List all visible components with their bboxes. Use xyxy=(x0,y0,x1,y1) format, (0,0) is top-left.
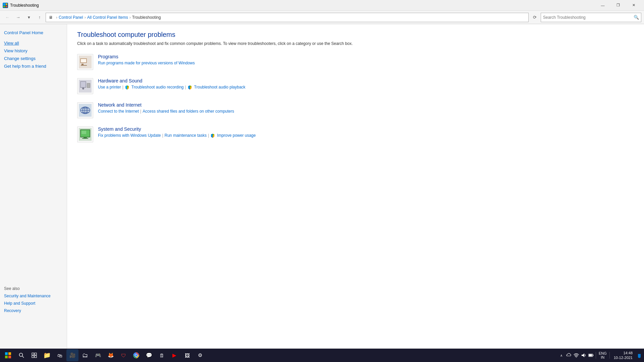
system-tray: ∧ xyxy=(558,349,643,361)
svg-point-40 xyxy=(135,354,137,356)
content-area: Troubleshoot computer problems Click on … xyxy=(67,24,644,349)
path-control-panel[interactable]: Control Panel xyxy=(59,15,83,20)
taskbar-settings-button[interactable]: ⚙ xyxy=(194,349,206,361)
svg-rect-6 xyxy=(81,59,86,62)
taskbar-youtube-button[interactable]: ▶ xyxy=(168,349,180,361)
svg-rect-7 xyxy=(82,64,84,65)
svg-rect-30 xyxy=(5,356,8,358)
hardware-icon xyxy=(77,78,93,94)
category-programs: Programs Run programs made for previous … xyxy=(77,54,634,70)
system-link-power[interactable]: Improve power usage xyxy=(217,133,256,138)
svg-rect-8 xyxy=(81,65,87,66)
tray-expand[interactable]: ∧ xyxy=(558,352,565,359)
taskbar-explorer-button[interactable]: 📁 xyxy=(41,349,53,361)
taskbar-chrome-button[interactable] xyxy=(130,349,142,361)
tray-network-cloud[interactable] xyxy=(566,352,572,359)
category-network: Network and Internet Connect to the Inte… xyxy=(77,102,634,118)
search-icon[interactable]: 🔍 xyxy=(634,15,639,20)
address-bar: ← → ▾ ↑ 🖥 › Control Panel › All Control … xyxy=(0,11,644,24)
taskbar-folder-button[interactable]: 🗂 xyxy=(79,349,91,361)
svg-line-33 xyxy=(22,356,24,358)
restore-button[interactable]: ❐ xyxy=(610,0,626,11)
hardware-link-printer[interactable]: Use a printer xyxy=(98,85,121,89)
system-name[interactable]: System and Security xyxy=(98,126,634,132)
search-box: 🔍 xyxy=(541,13,641,22)
network-name[interactable]: Network and Internet xyxy=(98,102,634,108)
refresh-button[interactable]: ⟳ xyxy=(530,13,539,22)
system-link-update[interactable]: Fix problems with Windows Update xyxy=(98,133,161,138)
see-also-section: See also Security and Maintenance Help a… xyxy=(4,286,51,315)
taskbar-scheduler-button[interactable]: 🗓 xyxy=(156,349,168,361)
svg-marker-42 xyxy=(582,353,584,357)
window-title: Troubleshooting xyxy=(10,3,595,8)
hardware-text: Hardware and Sound Use a printer | T xyxy=(98,78,634,90)
up-button[interactable]: ↑ xyxy=(35,13,44,22)
close-button[interactable]: ✕ xyxy=(626,0,641,11)
sidebar-get-help[interactable]: Get help from a friend xyxy=(4,63,63,69)
hardware-name[interactable]: Hardware and Sound xyxy=(98,78,634,83)
hardware-links: Use a printer | Troubleshoot audio recor… xyxy=(98,85,634,90)
taskbar-antivirus-button[interactable]: 🛡 xyxy=(117,349,129,361)
forward-button[interactable]: → xyxy=(13,13,23,22)
taskbar-clock[interactable]: 14:48 10-12-2021 xyxy=(611,351,635,360)
dropdown-button[interactable]: ▾ xyxy=(24,13,34,22)
svg-point-41 xyxy=(576,357,577,358)
title-bar: Troubleshooting — ❐ ✕ xyxy=(0,0,644,11)
svg-rect-31 xyxy=(8,356,11,358)
programs-links: Run programs made for previous versions … xyxy=(98,61,634,65)
see-also-help[interactable]: Help and Support xyxy=(4,300,51,306)
page-title: Troubleshoot computer problems xyxy=(77,31,634,39)
sidebar-view-history[interactable]: View history xyxy=(4,48,63,54)
shield-audio-rec xyxy=(125,85,130,90)
svg-rect-37 xyxy=(35,356,37,358)
network-link-internet[interactable]: Connect to the Internet xyxy=(98,109,139,114)
see-also-label: See also xyxy=(4,286,51,291)
tray-lang[interactable]: ENG IN xyxy=(597,351,608,359)
taskbar-zoom-button[interactable]: 🎥 xyxy=(66,349,78,361)
system-link-maintenance[interactable]: Run maintenance tasks xyxy=(165,133,207,138)
page-description: Click on a task to automatically trouble… xyxy=(77,41,634,46)
start-button[interactable] xyxy=(1,349,15,361)
minimize-button[interactable]: — xyxy=(595,0,610,11)
network-link-shared[interactable]: Access shared files and folders on other… xyxy=(143,109,234,114)
path-current: Troubleshooting xyxy=(132,15,161,20)
taskbar-search-button[interactable] xyxy=(15,349,28,361)
window-controls: — ❐ ✕ xyxy=(595,0,641,11)
taskbar-xbox-button[interactable]: 🎮 xyxy=(92,349,104,361)
svg-rect-36 xyxy=(32,356,34,358)
taskbar-photos-button[interactable]: 🖼 xyxy=(181,349,193,361)
path-all-items[interactable]: All Control Panel Items xyxy=(87,15,128,20)
see-also-recovery[interactable]: Recovery xyxy=(4,308,51,314)
svg-point-12 xyxy=(82,87,84,89)
sidebar-home[interactable]: Control Panel Home xyxy=(4,29,63,36)
sidebar-view-all[interactable]: View all xyxy=(4,40,63,46)
back-button[interactable]: ← xyxy=(3,13,12,22)
hardware-link-audio-rec[interactable]: Troubleshoot audio recording xyxy=(131,85,184,89)
svg-rect-44 xyxy=(593,355,593,356)
taskbar-taskview-button[interactable] xyxy=(28,349,40,361)
window-icon xyxy=(3,3,8,8)
taskbar-firefox-button[interactable]: 🦊 xyxy=(105,349,117,361)
search-input[interactable] xyxy=(543,15,634,20)
svg-rect-0 xyxy=(3,3,5,5)
svg-rect-11 xyxy=(81,82,86,87)
notification-area[interactable] xyxy=(636,349,643,361)
programs-link-1[interactable]: Run programs made for previous versions … xyxy=(98,61,195,65)
tray-wifi[interactable] xyxy=(573,352,580,359)
tray-volume[interactable] xyxy=(580,352,587,359)
network-icon xyxy=(77,102,93,118)
taskbar-skype-button[interactable]: 💬 xyxy=(143,349,155,361)
taskbar-store-button[interactable]: 🛍 xyxy=(54,349,66,361)
hardware-link-audio-play[interactable]: Troubleshoot audio playback xyxy=(194,85,246,89)
svg-rect-25 xyxy=(82,131,86,134)
sidebar: Control Panel Home View all View history… xyxy=(0,24,67,349)
system-links: Fix problems with Windows Update | Run m… xyxy=(98,133,634,138)
see-also-security[interactable]: Security and Maintenance xyxy=(4,293,51,299)
sidebar-change-settings[interactable]: Change settings xyxy=(4,55,63,62)
network-text: Network and Internet Connect to the Inte… xyxy=(98,102,634,114)
network-links: Connect to the Internet | Access shared … xyxy=(98,109,634,114)
tray-battery[interactable] xyxy=(588,352,594,359)
path-icon: 🖥 xyxy=(49,15,53,20)
main-layout: Control Panel Home View all View history… xyxy=(0,24,644,349)
programs-name[interactable]: Programs xyxy=(98,54,634,59)
